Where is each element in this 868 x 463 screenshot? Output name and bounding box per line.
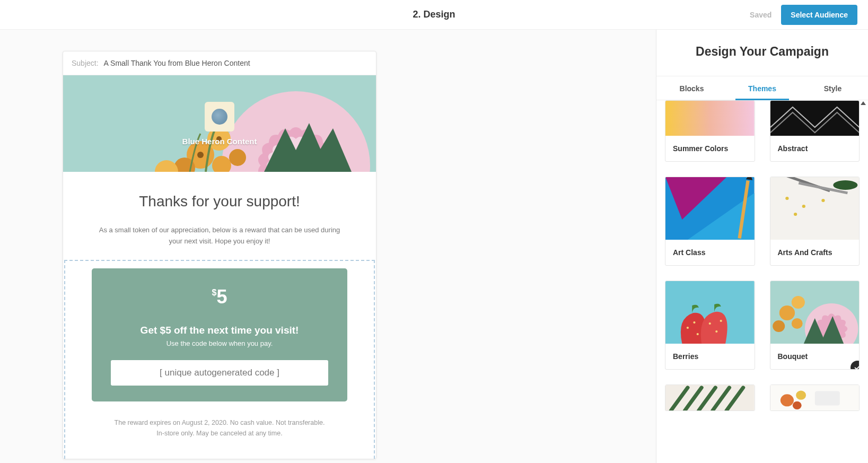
svg-point-58 [779,305,794,320]
svg-rect-28 [665,101,755,136]
theme-card-summer-colors[interactable]: Summer Colors [665,100,755,162]
svg-point-39 [785,197,788,200]
theme-label: Berries [665,344,755,369]
coupon-value: 5 [216,287,227,307]
theme-grid-scroll[interactable]: Summer Colors Abstract [656,100,868,463]
svg-point-61 [791,318,802,329]
svg-point-45 [693,321,695,324]
svg-point-25 [229,149,246,166]
svg-point-70 [796,391,806,400]
svg-point-41 [821,199,825,202]
svg-point-59 [791,296,804,309]
svg-point-44 [687,327,689,329]
fine-print-line: In-store only. May be canceled at any ti… [92,428,347,439]
saved-status: Saved [750,11,771,19]
intro-text: As a small token of our appreciation, be… [92,225,347,247]
svg-point-47 [709,322,711,325]
svg-point-69 [780,394,793,406]
svg-point-71 [792,401,801,409]
theme-label: Art Class [665,240,755,265]
svg-rect-29 [770,101,860,136]
top-bar: 2. Design Saved Select Audience [0,0,868,30]
svg-point-60 [773,320,785,332]
email-preview-card[interactable]: Subject: A Small Thank You from Blue Her… [63,51,376,459]
theme-card-partial[interactable] [665,385,755,411]
theme-card-arts-and-crafts[interactable]: Arts And Crafts [770,177,860,266]
svg-point-40 [802,205,805,208]
theme-label: Abstract [770,136,860,161]
svg-point-38 [833,180,857,190]
brand-name: Blue Heron Content [182,137,257,146]
main-area: Subject: A Small Thank You from Blue Her… [0,30,868,463]
brand-logo [205,102,234,132]
canvas-area[interactable]: Subject: A Small Thank You from Blue Her… [0,30,656,463]
svg-rect-72 [814,391,839,406]
theme-card-partial[interactable] [770,385,860,411]
scroll-up-icon[interactable] [861,101,866,105]
theme-card-bouquet[interactable]: Bouquet [770,281,860,370]
select-audience-button[interactable]: Select Audience [781,5,857,25]
hero-image[interactable]: Blue Heron Content [63,75,376,172]
sidebar-tabs: Blocks Themes Style [656,76,868,100]
svg-point-26 [197,152,204,158]
svg-point-46 [697,333,699,335]
coupon-code-placeholder: [ unique autogenerated code ] [111,360,328,386]
subject-value: A Small Thank You from Blue Heron Conten… [104,59,250,67]
theme-card-art-class[interactable]: Art Class [665,177,755,266]
svg-point-48 [715,330,717,333]
coupon-subtitle: Use the code below when you pay. [111,339,328,347]
fine-print-line: The reward expires on August 2, 2020. No… [92,417,347,428]
tab-style[interactable]: Style [797,76,868,100]
coupon-block[interactable]: $ 5 Get $5 off the next time you visit! … [64,260,375,459]
coupon-title: Get $5 off the next time you visit! [111,325,328,336]
tab-themes[interactable]: Themes [727,76,797,100]
theme-label: Arts And Crafts [770,240,860,265]
headline-block[interactable]: Thanks for your support! As a small toke… [63,172,376,260]
coupon-currency: $ [212,289,217,297]
design-sidebar: Design Your Campaign Blocks Themes Style… [656,30,868,463]
headline-text: Thanks for your support! [90,193,349,210]
coupon-card: $ 5 Get $5 off the next time you visit! … [92,268,347,401]
theme-card-berries[interactable]: Berries [665,281,755,370]
top-bar-right: Saved Select Audience [750,5,857,25]
theme-label: Summer Colors [665,136,755,161]
step-title: 2. Design [413,9,455,20]
svg-point-42 [793,213,796,216]
tab-blocks[interactable]: Blocks [656,76,727,100]
svg-point-49 [720,320,722,322]
fine-print: The reward expires on August 2, 2020. No… [92,417,347,439]
coupon-amount: $ 5 [212,287,227,307]
sidebar-title: Design Your Campaign [656,30,868,76]
subject-label: Subject: [72,59,99,67]
theme-label: Bouquet [770,344,860,369]
subject-row[interactable]: Subject: A Small Thank You from Blue Her… [63,51,376,75]
theme-card-abstract[interactable]: Abstract [770,100,860,162]
